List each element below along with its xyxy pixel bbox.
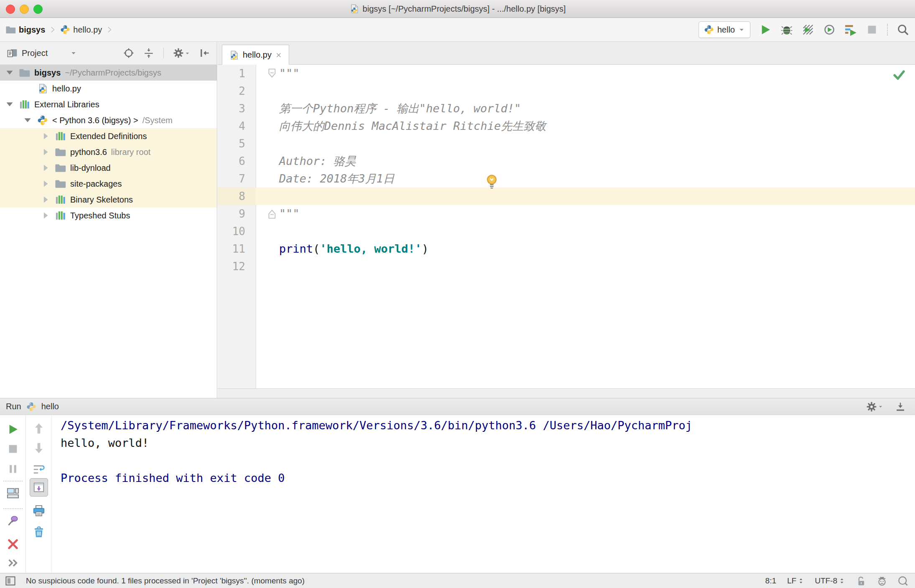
event-log-button[interactable] xyxy=(897,575,908,586)
expand-arrow-icon[interactable] xyxy=(41,195,50,204)
tree-item-typeshed-stubs[interactable]: Typeshed Stubs xyxy=(0,208,217,223)
rerun-button[interactable] xyxy=(7,423,19,436)
project-panel-title: Project xyxy=(22,48,48,58)
hide-left-icon xyxy=(199,48,210,58)
run-config-name: hello xyxy=(717,25,735,35)
fold-marker-icon[interactable] xyxy=(267,67,277,80)
fold-marker-icon[interactable] xyxy=(267,208,277,220)
hide-panel-button[interactable] xyxy=(895,400,906,413)
tree-item-python-3-6-bigsys[interactable]: < Python 3.6 (bigsys) >/System xyxy=(0,112,217,128)
run-button[interactable] xyxy=(759,23,772,36)
line-separator-widget[interactable]: LF xyxy=(787,576,804,585)
run-config-selector[interactable]: hello xyxy=(699,21,750,38)
stop-button[interactable] xyxy=(7,443,19,455)
next-occurrence-button[interactable] xyxy=(33,442,45,454)
restore-layout-button[interactable] xyxy=(7,487,19,499)
library-icon xyxy=(55,210,66,221)
write-access-unlocked-button[interactable] xyxy=(856,575,867,586)
chevron-right-icon xyxy=(105,25,114,34)
run-tool-window: Run hello /System/Library/Frameworks/Pyt… xyxy=(0,398,915,573)
console-line: /System/Library/Frameworks/Python.framew… xyxy=(52,417,915,434)
pause-output-button[interactable] xyxy=(7,463,19,475)
folder-icon xyxy=(55,178,66,189)
editor-tab-hello-py[interactable]: hello.py xyxy=(222,45,289,65)
tree-item-lib-dynload[interactable]: lib-dynload xyxy=(0,160,217,176)
tree-item-binary-skeletons[interactable]: Binary Skeletons xyxy=(0,192,217,208)
python-file-icon xyxy=(349,4,359,14)
fold-gutter xyxy=(256,100,278,117)
tree-item-bigsys[interactable]: bigsys~/PycharmProjects/bigsys xyxy=(0,65,217,81)
tree-item-python3-6[interactable]: python3.6library root xyxy=(0,144,217,160)
tree-item-hello-py[interactable]: hello.py xyxy=(0,81,217,96)
clear-all-button[interactable] xyxy=(33,526,45,538)
run-config-tab-label[interactable]: hello xyxy=(41,402,59,411)
line-number: 8 xyxy=(218,188,256,205)
debug-button[interactable] xyxy=(780,23,793,36)
breadcrumb-bigsys[interactable]: bigsys xyxy=(6,25,45,35)
code-line-9: 9""" xyxy=(218,205,915,223)
toolbar-separator xyxy=(3,481,23,482)
expand-arrow-icon[interactable] xyxy=(41,179,50,188)
collapse-all-button[interactable] xyxy=(143,47,154,59)
expand-arrow-icon[interactable] xyxy=(41,163,50,172)
tree-item-external-libraries[interactable]: External Libraries xyxy=(0,96,217,112)
line-number: 11 xyxy=(218,240,256,258)
run-with-coverage-button[interactable] xyxy=(802,23,814,36)
code-line-2: 2 xyxy=(218,82,915,100)
editor-tab-bar: hello.py xyxy=(218,42,915,65)
settings-button[interactable] xyxy=(173,47,190,59)
navigation-bar: bigsyshello.py hello xyxy=(0,18,915,42)
code-text xyxy=(278,135,915,152)
inspection-ok-icon[interactable] xyxy=(892,68,906,81)
collapse-arrow-icon[interactable] xyxy=(5,68,14,77)
project-view-selector[interactable]: Project xyxy=(7,42,77,64)
gear-icon xyxy=(866,401,877,412)
search-everywhere-button[interactable] xyxy=(897,23,909,36)
code-text: """ xyxy=(278,205,915,223)
intention-bulb-icon[interactable] xyxy=(483,172,500,192)
line-number: 9 xyxy=(218,205,256,223)
hector-inspections-button[interactable] xyxy=(877,575,887,586)
expand-arrow-icon[interactable] xyxy=(41,211,50,220)
profile-button[interactable] xyxy=(823,23,836,36)
code-text xyxy=(278,258,915,275)
settings-button[interactable] xyxy=(866,400,883,413)
scroll-from-source-button[interactable] xyxy=(123,47,134,59)
run-panel-header-icons xyxy=(866,398,906,415)
print-button[interactable] xyxy=(33,504,45,517)
scroll-end-icon xyxy=(33,481,45,494)
line-number: 10 xyxy=(218,223,256,240)
fold-gutter xyxy=(256,117,278,135)
stop-button[interactable] xyxy=(866,23,878,36)
collapse-arrow-icon[interactable] xyxy=(23,116,32,125)
status-bar-icons xyxy=(856,575,908,586)
prev-occurrence-button[interactable] xyxy=(33,422,45,435)
chevron-right-icon xyxy=(48,25,57,34)
project-tool-icon xyxy=(7,48,18,58)
caret-position-widget[interactable]: 8:1 xyxy=(765,576,776,585)
code-line-7: 7Date: 2018年3月1日 xyxy=(218,170,915,188)
tool-window-toggle-icon[interactable] xyxy=(5,575,16,586)
folder-icon xyxy=(55,147,66,157)
collapse-arrow-icon[interactable] xyxy=(5,100,14,109)
tree-item-site-packages[interactable]: site-packages xyxy=(0,176,217,192)
soft-wrap-button[interactable] xyxy=(33,463,45,476)
code-line-1: 1""" xyxy=(218,65,915,82)
expand-arrow-icon[interactable] xyxy=(41,147,50,157)
hide-panel-button[interactable] xyxy=(199,47,210,59)
folder-icon xyxy=(6,25,16,35)
encoding-widget[interactable]: UTF-8 xyxy=(815,576,845,585)
close-button[interactable] xyxy=(7,538,19,550)
console-output[interactable]: /System/Library/Frameworks/Python.framew… xyxy=(52,415,915,573)
python-file-icon xyxy=(37,83,48,94)
tree-item-extended-definitions[interactable]: Extended Definitions xyxy=(0,128,217,144)
code-editor[interactable]: 1"""23第一个Python程序 - 输出"hello, world!"4向伟… xyxy=(218,65,915,388)
close-tab-icon[interactable] xyxy=(275,52,282,58)
scroll-to-end-button[interactable] xyxy=(30,478,48,497)
expand-arrow-icon[interactable] xyxy=(41,132,50,141)
bug-icon xyxy=(780,23,793,36)
more-options-button[interactable] xyxy=(7,557,19,569)
breadcrumb-hello-py[interactable]: hello.py xyxy=(60,25,102,35)
concurrency-diagram-button[interactable] xyxy=(844,23,857,36)
pin-tab-button[interactable] xyxy=(7,514,19,527)
